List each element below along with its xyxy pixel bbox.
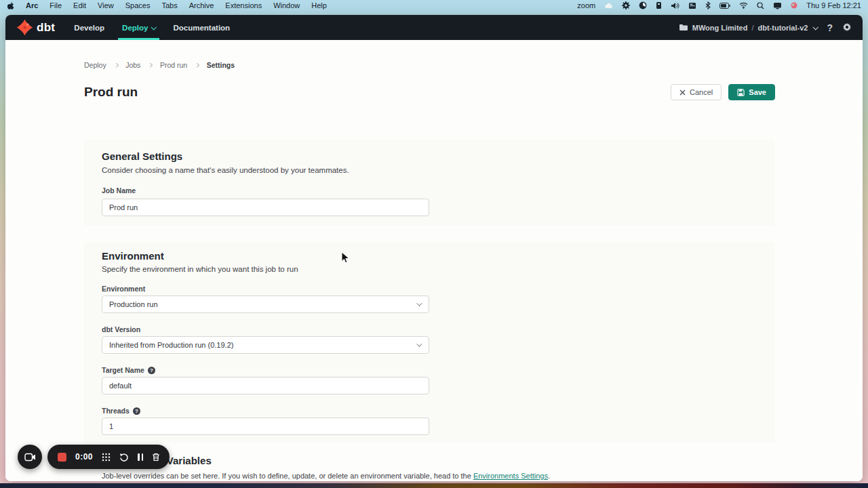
bluetooth-icon[interactable]: [705, 1, 711, 10]
breadcrumb: Deploy Jobs Prod run Settings: [84, 61, 235, 69]
account-name: MWong Limited: [692, 24, 748, 32]
environment-card: Environment Specify the environment in w…: [84, 242, 775, 443]
nav-tab-documentation[interactable]: Documentation: [173, 15, 230, 40]
browser-window: dbt Develop Deploy Documentation MWong L…: [5, 15, 863, 481]
desktop: Arc File Edit View Spaces Tabs Archive E…: [0, 0, 868, 488]
help-tooltip-icon[interactable]: ?: [133, 407, 140, 415]
folder-icon: [679, 24, 688, 31]
menubar-item-tabs[interactable]: Tabs: [161, 1, 177, 9]
dbt-logo[interactable]: dbt: [16, 19, 55, 36]
general-settings-subtitle: Consider choosing a name that's easily u…: [102, 166, 349, 174]
grid-options-button[interactable]: [102, 453, 111, 462]
page-actions: Cancel Save: [671, 84, 775, 100]
dbt-logo-text: dbt: [37, 21, 55, 35]
menubar-item-extensions[interactable]: Extensions: [225, 1, 262, 9]
project-name: dbt-tutorial-v2: [757, 24, 808, 32]
menubar-item-window[interactable]: Window: [273, 1, 300, 9]
keyboard-icon[interactable]: [656, 1, 662, 10]
menubar-item-arc[interactable]: Arc: [26, 1, 38, 9]
cloud-icon[interactable]: [604, 1, 613, 10]
window-icon[interactable]: [688, 1, 696, 10]
target-name-label: Target Name ?: [102, 366, 155, 374]
close-icon: [679, 89, 686, 96]
environment-select-label: Environment: [102, 285, 145, 293]
settings-gear-icon[interactable]: [842, 22, 852, 33]
cancel-button[interactable]: Cancel: [671, 84, 722, 100]
volume-icon[interactable]: [671, 1, 679, 10]
threads-label: Threads ?: [102, 407, 140, 415]
dbt-version-label: dbt Version: [102, 325, 140, 333]
search-icon[interactable]: [757, 1, 764, 10]
wifi-icon[interactable]: [739, 1, 748, 10]
environment-select[interactable]: Production run: [102, 296, 429, 313]
menubar-item-view[interactable]: View: [98, 1, 114, 9]
recording-app-icon[interactable]: [791, 1, 797, 10]
gear-icon[interactable]: [622, 1, 630, 10]
battery-icon[interactable]: [719, 1, 730, 10]
stop-record-button[interactable]: [58, 453, 66, 462]
dbt-navbar: dbt Develop Deploy Documentation MWong L…: [5, 15, 863, 40]
apple-icon[interactable]: [7, 1, 14, 10]
camera-bubble-button[interactable]: [18, 445, 42, 469]
threads-input[interactable]: [102, 418, 429, 435]
environments-settings-link[interactable]: Environments Settings: [473, 472, 548, 480]
page-content: Deploy Jobs Prod run Settings Prod run C…: [5, 40, 863, 481]
display-icon[interactable]: [773, 1, 782, 10]
account-project-separator: /: [751, 24, 753, 32]
nav-tab-develop[interactable]: Develop: [74, 15, 104, 40]
chevron-right-icon: [148, 63, 152, 67]
save-icon: [737, 89, 745, 96]
pause-recording-button[interactable]: [138, 453, 143, 461]
target-name-input[interactable]: [102, 377, 429, 394]
chevron-right-icon: [195, 63, 199, 67]
breadcrumb-prod-run[interactable]: Prod run: [160, 61, 187, 69]
menubar-item-edit[interactable]: Edit: [73, 1, 86, 9]
zoom-menubar-label[interactable]: zoom: [577, 1, 595, 9]
restart-recording-button[interactable]: [119, 453, 129, 462]
menubar-clock: Thu 9 Feb 12:21: [806, 1, 861, 9]
environment-title: Environment: [102, 250, 164, 262]
dbt-version-select[interactable]: Inherited from Production run (0.19.2): [102, 336, 429, 354]
page-title: Prod run: [84, 85, 138, 100]
environment-subtitle: Specify the environment in which you wan…: [102, 265, 298, 273]
general-settings-title: General Settings: [102, 150, 182, 162]
recording-timer: 0:00: [75, 452, 93, 462]
environment-variables-description: Job-level overrides can be set here. If …: [102, 472, 550, 480]
menubar-item-help[interactable]: Help: [311, 1, 327, 9]
nav-tab-deploy[interactable]: Deploy: [122, 15, 155, 40]
menubar-item-file[interactable]: File: [50, 1, 62, 9]
save-button[interactable]: Save: [728, 84, 775, 100]
chevron-down-icon: [416, 341, 422, 346]
general-settings-card: General Settings Consider choosing a nam…: [84, 140, 775, 226]
job-name-label: Job Name: [102, 186, 136, 195]
breadcrumb-jobs[interactable]: Jobs: [125, 61, 140, 69]
clock-icon[interactable]: [639, 1, 647, 10]
job-name-input[interactable]: [102, 199, 429, 216]
video-camera-icon: [24, 453, 36, 462]
discard-recording-button[interactable]: [152, 453, 160, 462]
chevron-down-icon: [416, 300, 422, 306]
dbt-logo-icon: [16, 19, 33, 36]
account-project-selector[interactable]: MWong Limited / dbt-tutorial-v2: [679, 24, 818, 32]
breadcrumb-settings: Settings: [207, 61, 235, 69]
menubar-item-spaces[interactable]: Spaces: [125, 1, 151, 9]
breadcrumb-deploy[interactable]: Deploy: [84, 61, 106, 69]
help-tooltip-icon[interactable]: ?: [148, 367, 155, 374]
wallpaper-bottom-strip: [0, 483, 868, 488]
help-icon[interactable]: ?: [827, 22, 833, 33]
chevron-right-icon: [114, 63, 118, 67]
chevron-down-icon: [151, 24, 157, 30]
menubar-item-archive[interactable]: Archive: [189, 1, 214, 9]
macos-menubar: Arc File Edit View Spaces Tabs Archive E…: [0, 0, 868, 11]
recording-toolbar: 0:00: [47, 445, 170, 469]
chevron-down-icon: [813, 24, 818, 30]
